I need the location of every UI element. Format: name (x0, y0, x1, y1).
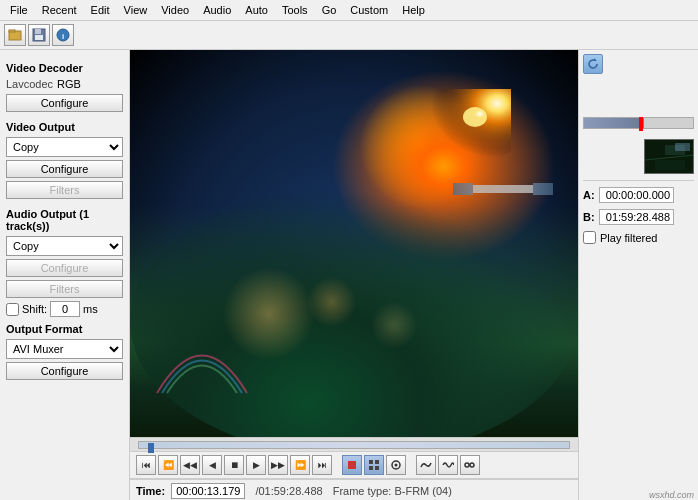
left-panel: Video Decoder Lavcodec RGB Configure Vid… (0, 50, 130, 500)
current-time-display: 00:00:13.179 (171, 483, 245, 499)
shift-input[interactable] (50, 301, 80, 317)
info-button[interactable]: i (52, 24, 74, 46)
prev-frame-btn[interactable]: ⏪ (158, 455, 178, 475)
volume-slider-area (583, 117, 694, 132)
play-btn[interactable]: ▶ (246, 455, 266, 475)
video-output-title: Video Output (6, 121, 123, 133)
output-format-select-row: AVI Muxer (6, 339, 123, 359)
thumbnail-image (645, 140, 694, 174)
toolbar: i (0, 21, 698, 50)
svg-rect-9 (348, 461, 356, 469)
timeline-bar[interactable] (130, 438, 578, 452)
audio-output-configure-btn[interactable]: Configure (6, 259, 123, 277)
menubar: File Recent Edit View Video Audio Auto T… (0, 0, 698, 21)
output-format-select[interactable]: AVI Muxer (6, 339, 123, 359)
fast-forward-btn[interactable]: ▶▶ (268, 455, 288, 475)
svg-rect-1 (9, 30, 15, 32)
thumbnail-container (583, 139, 694, 174)
video-output-configure-btn[interactable]: Configure (6, 160, 123, 178)
frame-type: Frame type: B-FRM (04) (333, 485, 452, 497)
video-decoder-title: Video Decoder (6, 62, 123, 74)
svg-rect-12 (369, 466, 373, 470)
wave3-icon (464, 460, 476, 470)
time-a-label: A: (583, 189, 595, 201)
refresh-icon (586, 57, 600, 71)
play-back-btn[interactable]: ◀ (202, 455, 222, 475)
main-container: ⏮ ⏪ ◀◀ ◀ ⏹ ▶ ▶▶ ⏩ ⏭ (130, 50, 698, 500)
menu-recent[interactable]: Recent (36, 2, 83, 18)
encoder-btn[interactable] (386, 455, 406, 475)
menu-file[interactable]: File (4, 2, 34, 18)
encoder-icon (391, 460, 401, 470)
output-format-configure-btn[interactable]: Configure (6, 362, 123, 380)
lavcodec-row: Lavcodec RGB (6, 78, 123, 90)
info-icon: i (56, 28, 70, 42)
content-area: ⏮ ⏪ ◀◀ ◀ ⏹ ▶ ▶▶ ⏩ ⏭ (130, 50, 698, 500)
frame-view-icon (369, 460, 379, 470)
video-background (130, 50, 578, 437)
menu-custom[interactable]: Custom (344, 2, 394, 18)
video-output-filters-btn[interactable]: Filters (6, 181, 123, 199)
next-frame-btn[interactable]: ⏩ (290, 455, 310, 475)
menu-auto[interactable]: Auto (239, 2, 274, 18)
frame-view-btn[interactable] (364, 455, 384, 475)
svg-point-7 (420, 89, 511, 162)
total-time: /01:59:28.488 (255, 485, 322, 497)
time-b-row: B: 01:59:28.488 (583, 209, 694, 225)
main-layout: Video Decoder Lavcodec RGB Configure Vid… (0, 50, 698, 500)
video-and-right: ⏮ ⏪ ◀◀ ◀ ⏹ ▶ ▶▶ ⏩ ⏭ (130, 50, 578, 500)
video-decoder-configure-btn[interactable]: Configure (6, 94, 123, 112)
svg-point-17 (470, 463, 474, 467)
bottom-area: ⏮ ⏪ ◀◀ ◀ ⏹ ▶ ▶▶ ⏩ ⏭ (130, 437, 578, 500)
shift-label: Shift: (22, 303, 47, 315)
wave2-icon (442, 460, 454, 470)
time-a-value: 00:00:00.000 (599, 187, 674, 203)
forward-to-end-btn[interactable]: ⏭ (312, 455, 332, 475)
play-filtered-row: Play filtered (583, 231, 694, 244)
menu-video[interactable]: Video (155, 2, 195, 18)
rewind-btn[interactable]: ◀◀ (180, 455, 200, 475)
menu-go[interactable]: Go (316, 2, 343, 18)
rewind-to-start-btn[interactable]: ⏮ (136, 455, 156, 475)
refresh-btn[interactable] (583, 54, 603, 74)
wave2-btn[interactable] (438, 455, 458, 475)
stop-btn[interactable]: ⏹ (224, 455, 244, 475)
menu-audio[interactable]: Audio (197, 2, 237, 18)
mini-slider[interactable] (583, 117, 694, 129)
record-icon (347, 460, 357, 470)
mini-slider-fill (584, 118, 644, 128)
save-button[interactable] (28, 24, 50, 46)
menu-help[interactable]: Help (396, 2, 431, 18)
audio-output-select[interactable]: Copy (6, 236, 123, 256)
svg-point-15 (395, 464, 398, 467)
menu-edit[interactable]: Edit (85, 2, 116, 18)
menu-tools[interactable]: Tools (276, 2, 314, 18)
video-output-select[interactable]: Copy (6, 137, 123, 157)
controls-row: ⏮ ⏪ ◀◀ ◀ ⏹ ▶ ▶▶ ⏩ ⏭ (130, 452, 578, 479)
svg-rect-21 (655, 160, 685, 170)
thumbnail-mini (644, 139, 694, 174)
svg-rect-11 (375, 460, 379, 464)
record-btn[interactable] (342, 455, 362, 475)
shift-checkbox[interactable] (6, 303, 19, 316)
side-right-panel: A: 00:00:00.000 B: 01:59:28.488 Play fil… (578, 50, 698, 500)
video-preview[interactable] (130, 50, 578, 437)
svg-rect-10 (369, 460, 373, 464)
audio-output-filters-btn[interactable]: Filters (6, 280, 123, 298)
wave3-btn[interactable] (460, 455, 480, 475)
svg-rect-20 (665, 145, 685, 155)
svg-rect-13 (375, 466, 379, 470)
lavcodec-label: Lavcodec (6, 78, 53, 90)
divider (583, 180, 694, 181)
rainbow-arc (152, 338, 252, 398)
menu-view[interactable]: View (118, 2, 154, 18)
svg-marker-18 (594, 58, 597, 61)
timeline-thumb[interactable] (148, 443, 154, 453)
wave1-btn[interactable] (416, 455, 436, 475)
watermark: wsxhd.com (649, 490, 694, 500)
play-filtered-label: Play filtered (600, 232, 657, 244)
open-button[interactable] (4, 24, 26, 46)
svg-rect-3 (35, 29, 41, 34)
mini-slider-thumb[interactable] (639, 117, 643, 131)
play-filtered-checkbox[interactable] (583, 231, 596, 244)
